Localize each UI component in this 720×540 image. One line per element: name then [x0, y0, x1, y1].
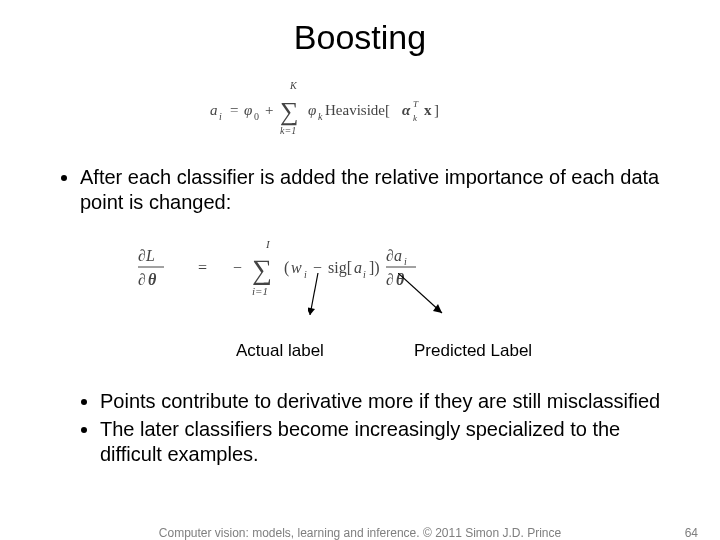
svg-marker-40: [308, 307, 315, 315]
bullet-importance: After each classifier is added the relat…: [80, 165, 672, 215]
equation-boosting-formula: a i = φ 0 + K ∑ k=1 φ k Heaviside[ α T k…: [48, 79, 672, 141]
svg-text:Heaviside[: Heaviside[: [325, 102, 390, 118]
svg-text:w: w: [291, 259, 302, 276]
svg-text:∑: ∑: [280, 97, 299, 126]
svg-text:a: a: [210, 102, 218, 118]
svg-text:=: =: [230, 102, 238, 118]
bullet-specialized: The later classifiers become increasingl…: [100, 417, 672, 466]
svg-marker-42: [433, 304, 442, 313]
svg-text:α: α: [402, 102, 411, 118]
svg-text:0: 0: [254, 111, 259, 122]
svg-text:T: T: [413, 99, 419, 109]
svg-text:K: K: [289, 80, 298, 91]
svg-text:∂: ∂: [386, 271, 394, 288]
page-number: 64: [685, 526, 698, 540]
svg-text:=: =: [198, 259, 207, 276]
equation-derivative: ∂L ∂ θ = − I ∑ i=1 ( w i − sig[ a i ]): [138, 233, 558, 333]
svg-text:i: i: [219, 111, 222, 122]
svg-text:+: +: [265, 102, 273, 118]
svg-text:θ: θ: [148, 271, 157, 288]
svg-text:I: I: [265, 238, 271, 250]
svg-text:i: i: [304, 269, 307, 280]
svg-text:x: x: [424, 102, 432, 118]
label-actual: Actual label: [236, 341, 324, 361]
label-predicted: Predicted Label: [414, 341, 532, 361]
page-title: Boosting: [48, 18, 672, 57]
svg-text:∂L: ∂L: [138, 247, 155, 264]
svg-text:φ: φ: [244, 102, 252, 118]
svg-text:∂: ∂: [138, 271, 146, 288]
svg-text:∑: ∑: [252, 254, 272, 285]
svg-text:i: i: [363, 269, 366, 280]
slide: Boosting a i = φ 0 + K ∑ k=1 φ k Heavisi…: [0, 0, 720, 540]
svg-text:∂a: ∂a: [386, 247, 402, 264]
svg-text:]: ]: [434, 102, 439, 118]
svg-text:a: a: [354, 259, 362, 276]
svg-text:θ: θ: [396, 271, 405, 288]
svg-text:−: −: [313, 259, 322, 276]
svg-text:k: k: [318, 111, 323, 122]
svg-text:k=1: k=1: [280, 125, 296, 136]
bullet-list-bottom: Points contribute to derivative more if …: [48, 389, 672, 466]
bullet-misclassified: Points contribute to derivative more if …: [100, 389, 672, 413]
svg-text:sig[: sig[: [328, 259, 352, 277]
svg-text:k: k: [413, 113, 418, 123]
footer-credit: Computer vision: models, learning and in…: [0, 526, 720, 540]
svg-text:φ: φ: [308, 102, 316, 118]
svg-text:]): ]): [369, 259, 380, 277]
bullet-list-top: After each classifier is added the relat…: [48, 165, 672, 215]
arrow-labels: Actual label Predicted Label: [138, 341, 672, 369]
svg-text:−: −: [233, 259, 242, 276]
svg-text:(: (: [284, 259, 289, 277]
svg-text:i=1: i=1: [252, 285, 268, 297]
svg-text:i: i: [404, 256, 407, 267]
